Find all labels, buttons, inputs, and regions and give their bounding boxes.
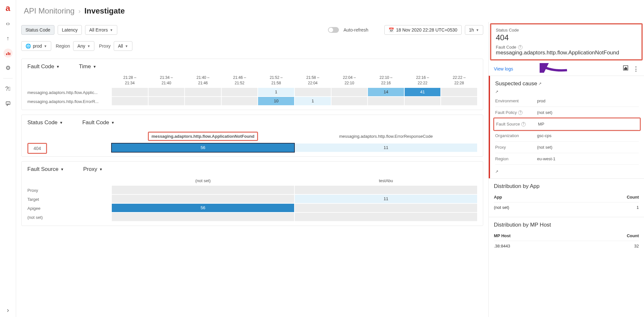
heatmap-cell[interactable] bbox=[112, 97, 148, 105]
source-cell[interactable]: 56 bbox=[112, 204, 294, 212]
col-testabu[interactable]: testAbu bbox=[295, 176, 477, 185]
datetime-picker[interactable]: 📅 18 Nov 2020 22:28 UTC+0530 bbox=[384, 25, 461, 35]
center-column: Status Code Latency All Errors▼ Auto-ref… bbox=[16, 22, 488, 317]
heatmap-cell[interactable] bbox=[405, 97, 441, 105]
dist-mp-h2: Count bbox=[627, 233, 639, 238]
svg-rect-1 bbox=[8, 52, 9, 55]
analyze-icon[interactable] bbox=[4, 49, 13, 58]
heatmap-cell[interactable] bbox=[222, 97, 258, 105]
heatmap-cell[interactable] bbox=[441, 88, 477, 96]
fault-row-label[interactable]: messaging.adaptors.http.flow.ErrorR... bbox=[27, 97, 111, 105]
external-link-icon[interactable]: ↗ bbox=[495, 169, 639, 174]
annotation-arrow-icon bbox=[540, 63, 569, 73]
dim-statuscode[interactable]: Status Code▼ bbox=[27, 119, 63, 126]
heatmap-cell[interactable]: 14 bbox=[368, 88, 404, 96]
heatmap-cell[interactable]: 10 bbox=[258, 97, 294, 105]
source-cell[interactable] bbox=[295, 213, 477, 221]
caret-down-icon: ▼ bbox=[476, 28, 479, 32]
dim-faultsource[interactable]: Fault Source▼ bbox=[27, 166, 64, 172]
help-circle-icon[interactable]: ? bbox=[518, 110, 523, 115]
heatmap-cell[interactable] bbox=[332, 97, 368, 105]
heatmap-cell[interactable]: 1 bbox=[258, 88, 294, 96]
filter-all-errors[interactable]: All Errors▼ bbox=[85, 25, 117, 35]
caret-down-icon: ▼ bbox=[44, 44, 47, 48]
dim-time[interactable]: Time▼ bbox=[79, 63, 96, 70]
develop-icon[interactable]: ‹› bbox=[4, 19, 13, 28]
heatmap-grid: 21:28 –21:3421:34 –21:4021:40 –21:4621:4… bbox=[27, 74, 477, 105]
suspected-cause-section: Suspected cause ↗ ↗ EnvironmentprodFault… bbox=[489, 76, 644, 178]
help-icon[interactable]: ?⃝ bbox=[4, 84, 13, 93]
help-circle-icon[interactable]: ? bbox=[518, 45, 523, 50]
auto-refresh-toggle[interactable] bbox=[328, 27, 339, 33]
source-row-label[interactable]: Apigee bbox=[27, 204, 111, 212]
breadcrumb-parent[interactable]: API Monitoring bbox=[24, 6, 74, 15]
detail-actions-row: View logs ⋮ bbox=[489, 62, 644, 76]
caret-down-icon: ▼ bbox=[93, 65, 96, 69]
source-cell[interactable]: 11 bbox=[295, 195, 477, 203]
status-fault-grid: messaging.adaptors.http.flow.Application… bbox=[27, 130, 477, 152]
tab-status-code[interactable]: Status Code bbox=[21, 25, 54, 35]
source-cell[interactable] bbox=[112, 213, 294, 221]
proxy-picker[interactable]: All▼ bbox=[114, 41, 132, 51]
heatmap-cell[interactable] bbox=[185, 97, 221, 105]
heatmap-cell[interactable] bbox=[149, 88, 185, 96]
env-picker[interactable]: 🌐 prod ▼ bbox=[21, 41, 51, 51]
heatmap-cell[interactable]: 41 bbox=[405, 88, 441, 96]
time-range-picker[interactable]: 1h▼ bbox=[465, 25, 483, 35]
dist-app-h1: App bbox=[494, 195, 502, 200]
dim-proxy[interactable]: Proxy▼ bbox=[83, 166, 102, 172]
region-picker[interactable]: Any▼ bbox=[73, 41, 94, 51]
expand-rail-icon[interactable]: › bbox=[7, 306, 9, 314]
svg-rect-2 bbox=[9, 53, 10, 55]
heatmap-cell[interactable] bbox=[222, 88, 258, 96]
kv-key: Region bbox=[495, 153, 537, 165]
caret-down-icon: ▼ bbox=[99, 167, 103, 171]
heatmap-cell[interactable] bbox=[149, 97, 185, 105]
external-link-icon[interactable]: ↗ bbox=[538, 81, 542, 86]
dim-faultcode2[interactable]: Fault Code▼ bbox=[82, 119, 114, 126]
cell-404-appnotfound[interactable]: 56 bbox=[112, 144, 294, 152]
caret-down-icon: ▼ bbox=[125, 44, 128, 48]
status-404-cell[interactable]: 404 bbox=[27, 143, 47, 154]
distribution-app-section: Distribution by App AppCount (not set)1 bbox=[489, 178, 644, 217]
dist-mp-title: Distribution by MP Host bbox=[494, 222, 639, 228]
publish-icon[interactable]: ↑ bbox=[4, 34, 13, 43]
heatmap-cell[interactable] bbox=[332, 88, 368, 96]
feedback-icon[interactable] bbox=[4, 99, 13, 108]
col-notset[interactable]: (not set) bbox=[112, 176, 294, 185]
heatmap-cell[interactable] bbox=[185, 88, 221, 96]
panel-faultcode-time: Fault Code▼ Time▼ 21:28 –21:3421:34 –21:… bbox=[21, 59, 483, 110]
source-row-label[interactable]: (not set) bbox=[27, 213, 111, 221]
heatmap-cell[interactable] bbox=[295, 88, 331, 96]
view-logs-link[interactable]: View logs bbox=[494, 66, 513, 71]
more-menu-icon[interactable]: ⋮ bbox=[633, 65, 639, 72]
heatmap-cell[interactable]: 1 bbox=[295, 97, 331, 105]
dim-faultcode[interactable]: Fault Code▼ bbox=[27, 63, 60, 70]
time-col-header: 22:16 –22:22 bbox=[405, 74, 441, 87]
caret-down-icon: ▼ bbox=[60, 121, 63, 125]
source-cell[interactable] bbox=[112, 186, 294, 194]
help-circle-icon[interactable]: ? bbox=[521, 122, 526, 126]
external-link-icon[interactable]: ↗ bbox=[495, 89, 639, 94]
page-header: API Monitoring › Investigate bbox=[16, 0, 644, 22]
source-row-label[interactable]: Target bbox=[27, 195, 111, 203]
tab-latency[interactable]: Latency bbox=[58, 25, 82, 35]
cell-404-errorresp[interactable]: 11 bbox=[295, 144, 477, 152]
col-errorresponse[interactable]: messaging.adaptors.http.flow.ErrorRespon… bbox=[295, 132, 477, 141]
source-cell[interactable] bbox=[295, 186, 477, 194]
svg-rect-0 bbox=[6, 53, 7, 55]
source-cell[interactable] bbox=[112, 195, 294, 203]
source-cell[interactable] bbox=[295, 204, 477, 212]
fault-row-label[interactable]: messaging.adaptors.http.flow.Applic... bbox=[27, 88, 111, 96]
distribution-mp-section: Distribution by MP Host MP HostCount .38… bbox=[489, 217, 644, 256]
source-row-label[interactable]: Proxy bbox=[27, 186, 111, 194]
admin-gear-icon[interactable]: ⚙ bbox=[4, 63, 13, 72]
heatmap-cell[interactable] bbox=[112, 88, 148, 96]
heatmap-cell[interactable] bbox=[368, 97, 404, 105]
kv-value: prod bbox=[537, 95, 639, 107]
chart-icon[interactable] bbox=[623, 65, 629, 72]
col-appnotfound[interactable]: messaging.adaptors.http.flow.Application… bbox=[148, 132, 258, 141]
dist-app-title: Distribution by App bbox=[494, 183, 639, 190]
heatmap-cell[interactable] bbox=[441, 97, 477, 105]
secondary-toolbar: 🌐 prod ▼ Region Any▼ Proxy All▼ bbox=[21, 38, 483, 54]
